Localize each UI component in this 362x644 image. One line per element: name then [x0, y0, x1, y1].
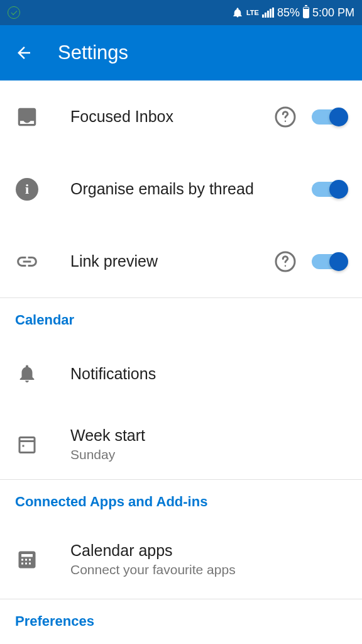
- link-preview-row[interactable]: Link preview: [0, 225, 362, 297]
- battery-percent: 85%: [277, 6, 300, 19]
- help-icon: [274, 106, 297, 128]
- focused-inbox-label: Focused Inbox: [70, 108, 274, 126]
- check-circle-icon: [8, 6, 20, 19]
- page-title: Settings: [58, 42, 128, 64]
- signal-icon: [262, 8, 274, 18]
- back-button[interactable]: [13, 42, 35, 64]
- status-right: LTE 85% 5:00 PM: [232, 6, 354, 19]
- calendar-section-header: Calendar: [0, 298, 362, 338]
- link-preview-label: Link preview: [70, 252, 274, 270]
- info-icon: i: [15, 177, 39, 201]
- calendar-icon: [15, 432, 39, 456]
- arrow-back-icon: [14, 43, 33, 62]
- battery-icon: [303, 7, 309, 18]
- organise-thread-label: Organise emails by thread: [70, 180, 312, 198]
- calendar-apps-row[interactable]: Calendar apps Connect your favourite app…: [0, 520, 362, 599]
- help-icon: [274, 250, 297, 273]
- inbox-icon: [15, 105, 39, 129]
- week-start-value: Sunday: [70, 447, 347, 462]
- preferences-section-header: Preferences: [0, 599, 362, 640]
- focused-inbox-help[interactable]: [274, 106, 297, 128]
- link-icon: [15, 250, 39, 274]
- focused-inbox-toggle[interactable]: [312, 109, 347, 125]
- status-left: [8, 6, 20, 19]
- apps-grid-icon: [15, 548, 39, 572]
- focused-inbox-row[interactable]: Focused Inbox: [0, 80, 362, 153]
- connected-apps-section-header: Connected Apps and Add-ins: [0, 480, 362, 520]
- bell-icon: [15, 362, 39, 386]
- week-start-label: Week start: [70, 426, 347, 445]
- app-bar: Settings: [0, 25, 362, 80]
- settings-content: Focused Inbox i Organise emails by threa…: [0, 80, 362, 640]
- notifications-label: Notifications: [70, 365, 347, 383]
- organise-thread-row[interactable]: i Organise emails by thread: [0, 153, 362, 225]
- alarm-icon: [232, 7, 243, 18]
- notifications-row[interactable]: Notifications: [0, 338, 362, 409]
- status-bar: LTE 85% 5:00 PM: [0, 0, 362, 25]
- calendar-apps-label: Calendar apps: [70, 541, 347, 560]
- clock-time: 5:00 PM: [312, 6, 354, 19]
- week-start-row[interactable]: Week start Sunday: [0, 409, 362, 479]
- link-preview-toggle[interactable]: [312, 254, 347, 269]
- lte-indicator: LTE: [246, 9, 259, 16]
- organise-thread-toggle[interactable]: [312, 182, 347, 197]
- svg-point-1: [285, 120, 286, 121]
- svg-point-3: [285, 265, 286, 266]
- link-preview-help[interactable]: [274, 250, 297, 273]
- calendar-apps-sub: Connect your favourite apps: [70, 562, 347, 577]
